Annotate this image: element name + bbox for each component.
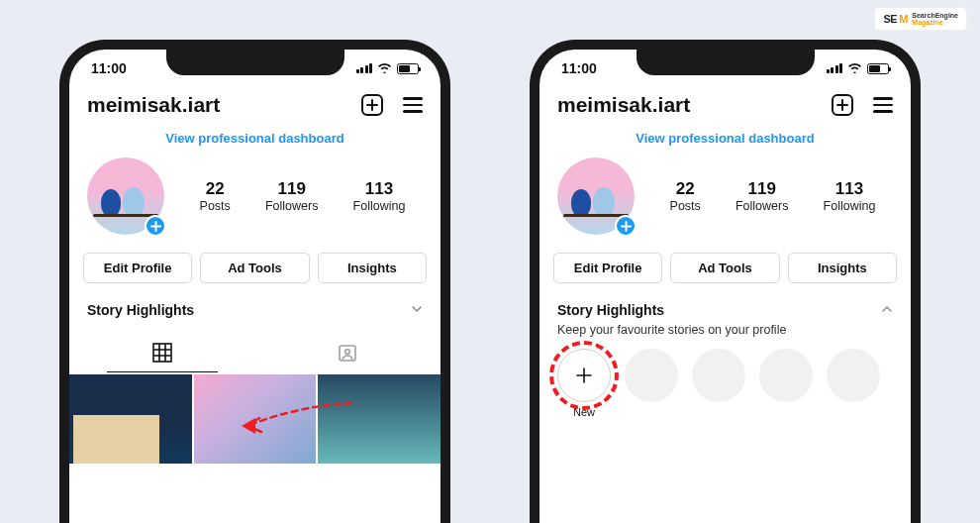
menu-button[interactable]	[873, 97, 893, 112]
status-time: 11:00	[91, 60, 127, 76]
profile-header: 22 Posts 119 Followers 113 Following	[69, 157, 441, 247]
profile-tabs	[69, 333, 441, 372]
create-post-button[interactable]	[361, 94, 383, 116]
watermark-badge: SEM SearchEngine Magazine	[875, 8, 966, 30]
edit-profile-button[interactable]: Edit Profile	[83, 253, 192, 283]
story-highlights-toggle[interactable]: Story Highlights	[539, 291, 911, 323]
chevron-down-icon	[411, 301, 423, 319]
watermark-m: M	[899, 13, 908, 25]
plus-icon	[574, 366, 594, 385]
profile-actions: Edit Profile Ad Tools Insights	[69, 247, 441, 291]
tab-tagged[interactable]	[255, 333, 441, 372]
watermark-sub: SearchEngine Magazine	[912, 12, 958, 26]
ad-tools-button[interactable]: Ad Tools	[670, 253, 779, 283]
highlights-row: New	[539, 345, 911, 420]
wifi-icon	[377, 60, 392, 76]
new-highlight-label: New	[573, 406, 595, 418]
stat-following[interactable]: 113 Following	[353, 179, 406, 213]
svg-point-3	[345, 350, 350, 355]
battery-icon	[867, 63, 889, 74]
new-highlight-button[interactable]: New	[557, 349, 611, 418]
profile-stats: 22 Posts 119 Followers 113 Following	[652, 179, 893, 213]
phone-notch	[637, 48, 815, 75]
menu-button[interactable]	[403, 97, 423, 112]
chevron-up-icon	[881, 301, 893, 319]
highlight-placeholder	[692, 349, 745, 402]
phone-notch	[166, 48, 344, 75]
battery-icon	[397, 63, 419, 74]
tagged-icon	[338, 343, 357, 363]
profile-topbar: meimisak.iart	[69, 87, 441, 125]
stat-followers[interactable]: 119 Followers	[265, 179, 319, 213]
profile-username[interactable]: meimisak.iart	[557, 93, 690, 117]
post-thumb[interactable]	[318, 374, 441, 464]
signal-icon	[827, 63, 843, 73]
wifi-icon	[847, 60, 862, 76]
story-highlights-title: Story Highlights	[87, 302, 194, 318]
add-story-icon[interactable]	[615, 215, 637, 237]
highlight-placeholder	[759, 349, 813, 402]
watermark-se: SE	[883, 13, 897, 25]
professional-dashboard-link[interactable]: View professional dashboard	[69, 125, 441, 157]
stat-following[interactable]: 113 Following	[824, 179, 876, 213]
profile-username[interactable]: meimisak.iart	[87, 93, 220, 117]
post-thumb[interactable]	[194, 374, 317, 464]
profile-actions: Edit Profile Ad Tools Insights	[539, 247, 911, 291]
avatar[interactable]	[87, 157, 164, 235]
tab-grid[interactable]	[69, 333, 255, 372]
story-highlights-subtitle: Keep your favourite stories on your prof…	[539, 323, 911, 345]
phone-left: 11:00 meimisak.iart View professional da…	[59, 40, 450, 523]
edit-profile-button[interactable]: Edit Profile	[553, 253, 662, 283]
stat-followers[interactable]: 119 Followers	[735, 179, 789, 213]
ad-tools-button[interactable]: Ad Tools	[200, 253, 309, 283]
signal-icon	[356, 63, 373, 73]
add-story-icon[interactable]	[145, 215, 166, 237]
grid-icon	[152, 343, 172, 363]
story-highlights-toggle[interactable]: Story Highlights	[69, 291, 441, 323]
stat-posts[interactable]: 22 Posts	[200, 179, 231, 213]
avatar[interactable]	[557, 157, 635, 235]
story-highlights-title: Story Highlights	[557, 302, 664, 318]
highlight-placeholder	[625, 349, 678, 402]
status-time: 11:00	[561, 60, 597, 76]
insights-button[interactable]: Insights	[318, 253, 427, 283]
insights-button[interactable]: Insights	[788, 253, 897, 283]
professional-dashboard-link[interactable]: View professional dashboard	[539, 125, 911, 157]
post-thumb[interactable]	[69, 374, 192, 464]
phone-right: 11:00 meimisak.iart View professional da…	[530, 40, 921, 523]
stat-posts[interactable]: 22 Posts	[670, 179, 701, 213]
svg-rect-1	[153, 344, 171, 362]
create-post-button[interactable]	[832, 94, 853, 116]
profile-stats: 22 Posts 119 Followers 113 Following	[182, 179, 423, 213]
profile-topbar: meimisak.iart	[539, 87, 911, 125]
highlight-placeholder	[827, 349, 880, 402]
profile-header: 22 Posts 119 Followers 113 Following	[539, 157, 911, 247]
post-grid	[69, 372, 441, 464]
